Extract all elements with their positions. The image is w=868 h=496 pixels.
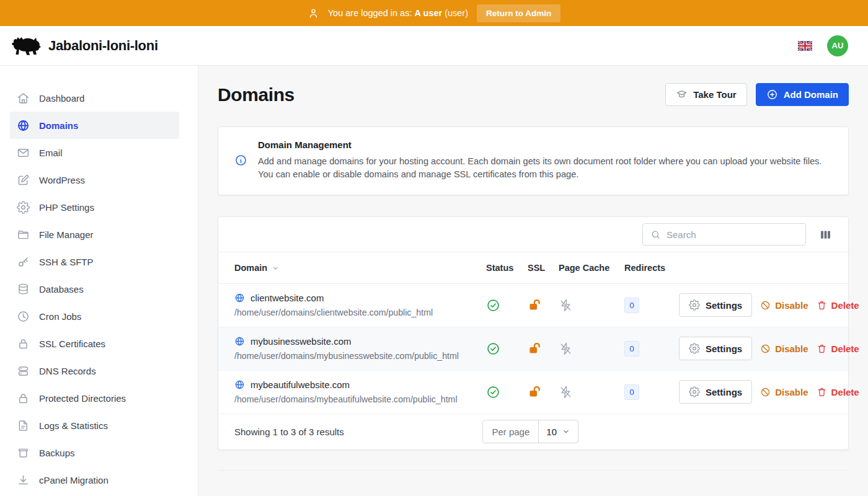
- gear-icon: [689, 343, 700, 354]
- sidebar-item-protected-directories[interactable]: Protected Directories: [10, 384, 179, 412]
- globe-icon: [234, 336, 245, 347]
- sidebar-item-label: DNS Records: [39, 366, 96, 376]
- table-row: mybusinesswebsite.com /home/user/domains…: [218, 327, 848, 371]
- impersonated-user-role: (user): [445, 8, 468, 18]
- user-avatar[interactable]: AU: [827, 35, 848, 56]
- sidebar-item-dashboard[interactable]: Dashboard: [10, 84, 179, 112]
- globe-icon: [234, 293, 245, 303]
- sidebar-item-file-manager[interactable]: File Manager: [10, 221, 179, 248]
- domains-table-card: Domain Status SSL Page Cache Redirects c…: [218, 216, 849, 450]
- brand-logo[interactable]: Jabaloni-loni-loni: [10, 35, 158, 57]
- sidebar-item-label: Backups: [39, 448, 75, 458]
- table-row: mybeautifulwebsite.com /home/user/domain…: [218, 371, 848, 414]
- status-enabled-icon: [486, 342, 500, 356]
- redirects-count-badge[interactable]: 0: [624, 341, 639, 356]
- language-selector[interactable]: [797, 40, 813, 52]
- app-header: Jabaloni-loni-loni AU: [0, 26, 868, 66]
- take-tour-button[interactable]: Take Tour: [665, 83, 746, 106]
- sidebar-item-wordpress[interactable]: WordPress: [10, 166, 179, 193]
- add-domain-button[interactable]: Add Domain: [756, 83, 849, 106]
- document-icon: [17, 419, 30, 432]
- sidebar-item-label: SSL Certificates: [39, 339, 105, 349]
- disable-button[interactable]: Disable: [760, 387, 808, 397]
- sidebar-item-label: PHP Settings: [39, 202, 94, 213]
- boar-logo-icon: [10, 35, 41, 57]
- page-title: Domains: [218, 84, 294, 105]
- redirects-count-badge[interactable]: 0: [624, 384, 639, 400]
- brand-name: Jabaloni-loni-loni: [48, 38, 158, 54]
- per-page-select[interactable]: Per page 10: [482, 420, 578, 443]
- info-box-title: Domain Management: [258, 140, 832, 150]
- ssl-unlocked-icon[interactable]: [528, 384, 542, 399]
- search-input[interactable]: [666, 229, 798, 240]
- lock-icon: [17, 392, 30, 405]
- sidebar-item-label: cPanel Migration: [39, 475, 108, 485]
- search-icon: [650, 229, 661, 240]
- column-settings-button[interactable]: [817, 226, 835, 244]
- domain-document-root: /home/user/domains/clientwebsite.com/pub…: [234, 308, 486, 317]
- uk-flag-icon: [798, 41, 812, 51]
- section-divider: [218, 470, 849, 471]
- impersonated-user-name: A user: [415, 8, 443, 18]
- ssl-unlocked-icon[interactable]: [528, 298, 542, 312]
- delete-button[interactable]: Delete: [817, 387, 859, 397]
- disable-button[interactable]: Disable: [760, 300, 808, 311]
- sidebar-item-ssl-certificates[interactable]: SSL Certificates: [10, 330, 179, 357]
- columns-icon: [819, 228, 832, 241]
- settings-button[interactable]: Settings: [679, 380, 752, 404]
- redirects-count-badge[interactable]: 0: [624, 298, 639, 313]
- sidebar-item-label: File Manager: [39, 229, 94, 240]
- domain-name-link[interactable]: clientwebsite.com: [250, 293, 324, 303]
- archive-icon: [17, 446, 30, 459]
- sidebar-item-domains[interactable]: Domains: [10, 112, 179, 139]
- return-to-admin-button[interactable]: Return to Admin: [477, 4, 560, 22]
- folder-icon: [17, 228, 30, 241]
- settings-button[interactable]: Settings: [679, 293, 752, 317]
- sidebar-item-backups[interactable]: Backups: [10, 439, 179, 466]
- domain-name-link[interactable]: mybeautifulwebsite.com: [250, 379, 350, 390]
- page-cache-off-icon[interactable]: [559, 385, 573, 399]
- status-enabled-icon: [486, 298, 500, 312]
- column-header-ssl: SSL: [528, 263, 559, 273]
- delete-button[interactable]: Delete: [817, 343, 859, 354]
- lock-icon: [17, 337, 30, 350]
- sidebar-item-logs-statistics[interactable]: Logs & Statistics: [10, 412, 179, 439]
- settings-button[interactable]: Settings: [679, 337, 752, 360]
- sidebar-item-ssh-sftp[interactable]: SSH & SFTP: [10, 248, 179, 275]
- sidebar-item-cron-jobs[interactable]: Cron Jobs: [10, 303, 179, 330]
- sidebar-item-email[interactable]: Email: [10, 139, 179, 166]
- sidebar-item-dns-records[interactable]: DNS Records: [10, 357, 179, 384]
- domain-name-link[interactable]: mybusinesswebsite.com: [250, 336, 352, 347]
- slash-circle-icon: [760, 343, 771, 354]
- sidebar-item-databases[interactable]: Databases: [10, 275, 179, 303]
- ssl-unlocked-icon[interactable]: [528, 341, 542, 356]
- sidebar-item-label: WordPress: [39, 175, 85, 185]
- info-box-body: Add and manage domains for your hosting …: [258, 155, 832, 181]
- delete-button[interactable]: Delete: [817, 300, 859, 311]
- sidebar-item-label: Email: [39, 148, 63, 158]
- per-page-label: Per page: [483, 420, 539, 443]
- disable-button[interactable]: Disable: [760, 343, 808, 354]
- per-page-value: 10: [546, 427, 557, 437]
- slash-circle-icon: [760, 387, 771, 397]
- page-cache-off-icon[interactable]: [559, 342, 573, 356]
- impersonation-message: You are logged in as: A user (user): [328, 8, 468, 18]
- page-cache-off-icon[interactable]: [559, 298, 573, 312]
- sidebar-item-label: Protected Directories: [39, 393, 126, 404]
- trash-icon: [817, 343, 827, 354]
- domain-management-info-box: Domain Management Add and manage domains…: [218, 126, 849, 195]
- sidebar-item-label: Logs & Statistics: [39, 420, 108, 431]
- trash-icon: [817, 300, 827, 311]
- plus-circle-icon: [766, 89, 778, 100]
- download-icon: [17, 474, 30, 487]
- domain-document-root: /home/user/domains/mybeautifulwebsite.co…: [234, 394, 486, 404]
- mail-icon: [17, 146, 30, 159]
- column-header-domain[interactable]: Domain: [234, 263, 486, 273]
- clock-icon: [17, 310, 30, 323]
- main-content: Domains Take Tour Add Domain Domain Mana…: [198, 66, 868, 496]
- impersonation-banner: You are logged in as: A user (user) Retu…: [0, 0, 868, 26]
- sidebar-item-cpanel-migration[interactable]: cPanel Migration: [10, 466, 179, 494]
- slash-circle-icon: [760, 300, 771, 311]
- column-header-redirects: Redirects: [624, 263, 679, 273]
- sidebar-item-php-settings[interactable]: PHP Settings: [10, 193, 179, 221]
